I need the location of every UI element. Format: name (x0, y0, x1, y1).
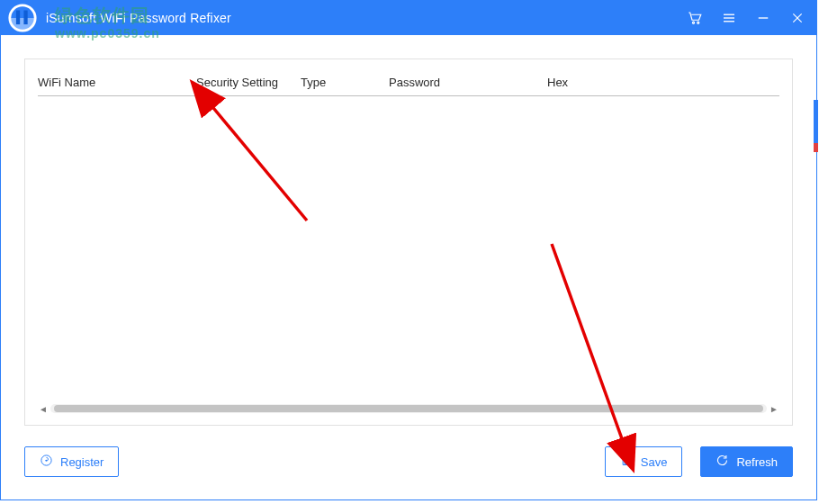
titlebar: iSumsoft WiFi Password Refixer (1, 1, 816, 35)
col-security[interactable]: Security Setting (196, 76, 301, 89)
table: WiFi Name Security Setting Type Password… (25, 59, 792, 96)
scroll-left-icon[interactable]: ◄ (38, 403, 49, 414)
cart-icon[interactable] (683, 6, 706, 30)
content-card: WiFi Name Security Setting Type Password… (24, 58, 793, 426)
col-hex[interactable]: Hex (547, 76, 779, 89)
register-label: Register (60, 455, 104, 469)
svg-rect-1 (16, 11, 20, 25)
scroll-thumb[interactable] (54, 405, 763, 412)
background-window-edge (814, 100, 818, 143)
col-password[interactable]: Password (389, 76, 547, 89)
close-icon[interactable] (786, 6, 809, 30)
refresh-label: Refresh (736, 455, 778, 469)
app-window: iSumsoft WiFi Password Refixer (0, 0, 817, 500)
scroll-track[interactable] (50, 404, 767, 413)
scroll-right-icon[interactable]: ► (769, 403, 779, 414)
menu-icon[interactable] (717, 6, 741, 30)
background-window-edge-accent (814, 143, 818, 152)
refresh-button[interactable]: Refresh (700, 446, 793, 477)
footer-right: Save Refresh (605, 446, 793, 477)
save-button[interactable]: Save (605, 446, 683, 477)
svg-point-12 (46, 460, 48, 462)
footer: Register Save Refresh (24, 444, 793, 480)
svg-point-4 (698, 22, 699, 23)
app-logo (6, 2, 39, 34)
horizontal-scrollbar[interactable]: ◄ ► (38, 403, 779, 414)
titlebar-buttons (683, 6, 809, 30)
svg-rect-13 (625, 461, 629, 464)
save-icon (620, 454, 634, 470)
svg-point-3 (692, 22, 694, 23)
col-type[interactable]: Type (301, 76, 389, 89)
svg-rect-2 (23, 11, 27, 25)
table-header: WiFi Name Security Setting Type Password… (38, 70, 779, 96)
register-button[interactable]: Register (24, 446, 119, 477)
refresh-icon (716, 454, 729, 470)
save-label: Save (641, 455, 668, 469)
app-title: iSumsoft WiFi Password Refixer (46, 11, 683, 25)
col-wifi-name[interactable]: WiFi Name (38, 76, 196, 89)
minimize-icon[interactable] (752, 6, 775, 30)
register-icon (40, 454, 53, 470)
